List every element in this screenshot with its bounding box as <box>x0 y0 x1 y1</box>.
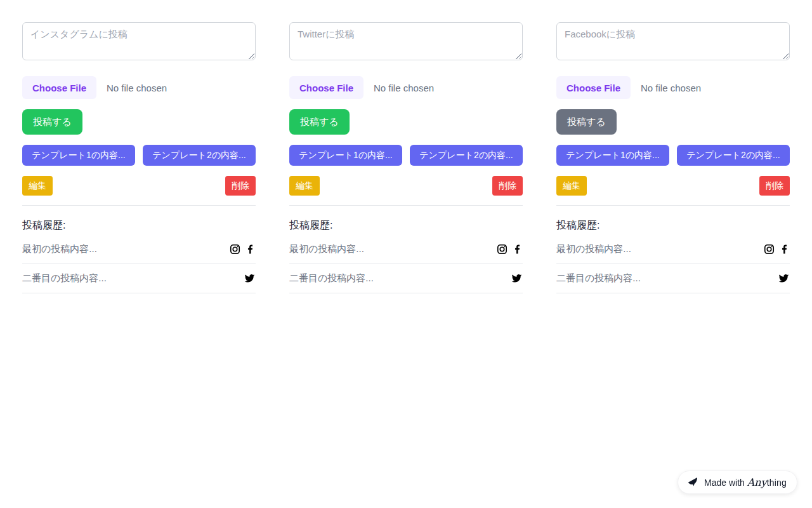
delete-button[interactable]: 削除 <box>759 176 790 196</box>
facebook-icon <box>245 244 256 255</box>
file-upload-row: Choose File No file chosen <box>289 76 523 99</box>
history-item-icons <box>230 244 256 255</box>
file-status-text: No file chosen <box>107 83 167 93</box>
post-textarea-wrap <box>289 22 523 60</box>
post-board: Choose File No file chosen 投稿する テンプレート1の… <box>0 0 812 316</box>
file-status-text: No file chosen <box>641 83 701 93</box>
instagram-icon <box>497 244 508 255</box>
divider <box>22 205 256 206</box>
post-button[interactable]: 投稿する <box>289 109 350 135</box>
post-textarea-wrap <box>556 22 790 60</box>
history-list: 最初の投稿内容... 二番目の投稿内容... <box>22 235 256 293</box>
template-row: テンプレート1の内容... テンプレート2の内容... <box>556 145 790 166</box>
template-row: テンプレート1の内容... テンプレート2の内容... <box>289 145 523 166</box>
history-item: 二番目の投稿内容... <box>22 264 256 293</box>
platform-column-instagram: Choose File No file chosen 投稿する テンプレート1の… <box>22 22 256 293</box>
twitter-icon <box>778 273 790 284</box>
history-item-text: 二番目の投稿内容... <box>22 272 107 284</box>
instagram-post-textarea[interactable] <box>22 22 256 60</box>
edit-delete-row: 編集 削除 <box>289 176 523 196</box>
template-1-button[interactable]: テンプレート1の内容... <box>556 145 669 166</box>
made-with-anything-badge[interactable]: Made with Anything <box>678 471 797 494</box>
facebook-icon <box>779 244 790 255</box>
post-button[interactable]: 投稿する <box>556 109 617 135</box>
edit-delete-row: 編集 削除 <box>22 176 256 196</box>
history-item-icons <box>778 273 790 284</box>
file-upload-row: Choose File No file chosen <box>556 76 790 99</box>
choose-file-button[interactable]: Choose File <box>289 76 363 99</box>
template-2-button[interactable]: テンプレート2の内容... <box>677 145 790 166</box>
choose-file-button[interactable]: Choose File <box>556 76 631 99</box>
brand-any: Any <box>747 476 767 488</box>
platform-column-facebook: Choose File No file chosen 投稿する テンプレート1の… <box>556 22 790 293</box>
history-heading: 投稿履歴: <box>289 219 523 232</box>
history-item: 二番目の投稿内容... <box>289 264 523 293</box>
history-item: 最初の投稿内容... <box>289 235 523 264</box>
history-item-text: 二番目の投稿内容... <box>289 272 374 284</box>
instagram-icon <box>230 244 240 255</box>
anything-logo-icon <box>686 476 698 488</box>
delete-button[interactable]: 削除 <box>492 176 523 196</box>
history-item-icons <box>764 244 790 255</box>
history-item: 最初の投稿内容... <box>22 235 256 264</box>
template-2-button[interactable]: テンプレート2の内容... <box>410 145 523 166</box>
facebook-post-textarea[interactable] <box>556 22 790 60</box>
twitter-icon <box>511 273 523 284</box>
edit-button[interactable]: 編集 <box>289 176 320 196</box>
history-heading: 投稿履歴: <box>22 219 256 232</box>
divider <box>556 205 790 206</box>
instagram-icon <box>764 244 775 255</box>
made-with-text: Made with Anything <box>704 476 787 488</box>
history-heading: 投稿履歴: <box>556 219 790 232</box>
choose-file-button[interactable]: Choose File <box>22 76 96 99</box>
history-item-icons <box>511 273 523 284</box>
history-item: 最初の投稿内容... <box>556 235 790 264</box>
history-item-text: 最初の投稿内容... <box>22 243 97 255</box>
history-list: 最初の投稿内容... 二番目の投稿内容... <box>556 235 790 293</box>
twitter-post-textarea[interactable] <box>289 22 523 60</box>
history-item-text: 最初の投稿内容... <box>289 243 364 255</box>
post-textarea-wrap <box>22 22 256 60</box>
history-item-text: 最初の投稿内容... <box>556 243 631 255</box>
history-list: 最初の投稿内容... 二番目の投稿内容... <box>289 235 523 293</box>
history-item-icons <box>497 244 523 255</box>
edit-button[interactable]: 編集 <box>22 176 53 196</box>
post-button[interactable]: 投稿する <box>22 109 82 135</box>
history-item-icons <box>244 273 256 284</box>
divider <box>289 205 523 206</box>
template-1-button[interactable]: テンプレート1の内容... <box>289 145 402 166</box>
history-item: 二番目の投稿内容... <box>556 264 790 293</box>
edit-button[interactable]: 編集 <box>556 176 587 196</box>
brand-thing: thing <box>767 478 787 488</box>
history-item-text: 二番目の投稿内容... <box>556 272 641 284</box>
delete-button[interactable]: 削除 <box>225 176 256 196</box>
facebook-icon <box>512 244 523 255</box>
template-2-button[interactable]: テンプレート2の内容... <box>143 145 256 166</box>
template-1-button[interactable]: テンプレート1の内容... <box>22 145 135 166</box>
file-status-text: No file chosen <box>374 83 434 93</box>
template-row: テンプレート1の内容... テンプレート2の内容... <box>22 145 256 166</box>
edit-delete-row: 編集 削除 <box>556 176 790 196</box>
file-upload-row: Choose File No file chosen <box>22 76 256 99</box>
twitter-icon <box>244 273 256 284</box>
platform-column-twitter: Choose File No file chosen 投稿する テンプレート1の… <box>289 22 523 293</box>
